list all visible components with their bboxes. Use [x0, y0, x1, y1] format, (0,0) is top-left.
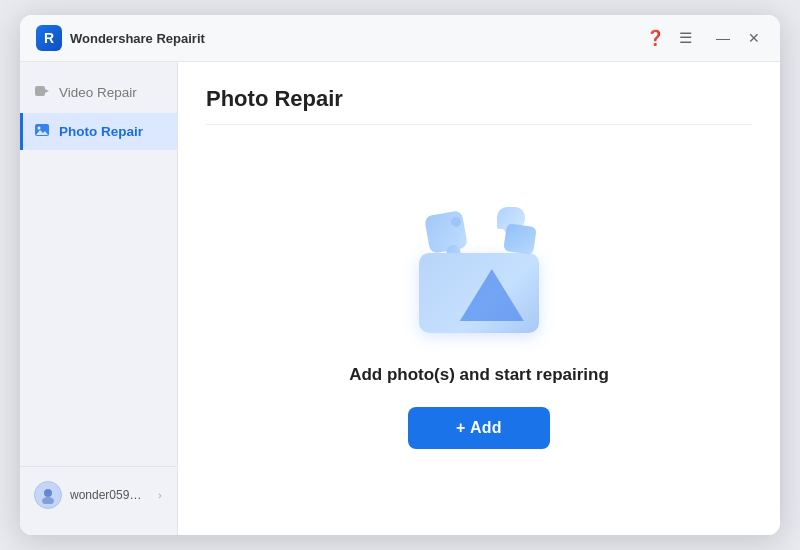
- menu-icon[interactable]: ☰: [679, 29, 692, 47]
- svg-rect-0: [35, 86, 45, 96]
- illus-puzzle-piece-2: [503, 223, 537, 255]
- app-title: Wondershare Repairit: [70, 31, 205, 46]
- svg-point-6: [42, 497, 54, 504]
- user-info[interactable]: wonder059@16... ›: [30, 475, 167, 515]
- illus-dot: [451, 217, 461, 227]
- illus-puzzle-piece-1: [424, 210, 468, 254]
- photo-repair-icon: [34, 122, 50, 141]
- win-controls: — ✕: [712, 28, 764, 48]
- user-chevron-icon: ›: [158, 489, 162, 501]
- user-avatar: [34, 481, 62, 509]
- sidebar-bottom: wonder059@16... ›: [20, 466, 177, 523]
- svg-marker-1: [45, 89, 49, 93]
- sidebar-item-photo-repair[interactable]: Photo Repair: [20, 113, 177, 150]
- app-logo: R: [36, 25, 62, 51]
- user-name: wonder059@16...: [70, 488, 150, 502]
- add-button[interactable]: + Add: [408, 407, 550, 449]
- content-area: Video Repair Photo Repair: [20, 62, 780, 535]
- main-body: Add photo(s) and start repairing + Add: [206, 141, 752, 511]
- main-panel: Photo Repair Add photo(s) and start repa…: [178, 62, 780, 535]
- add-photo-text: Add photo(s) and start repairing: [349, 365, 609, 385]
- svg-point-3: [38, 127, 41, 130]
- titlebar-right: ❓ ☰ — ✕: [646, 28, 764, 48]
- photo-repair-illustration: [399, 203, 559, 343]
- logo-letter: R: [44, 30, 54, 46]
- help-icon[interactable]: ❓: [646, 29, 665, 47]
- sidebar-item-video-repair-label: Video Repair: [59, 85, 137, 100]
- sidebar-item-photo-repair-label: Photo Repair: [59, 124, 143, 139]
- sidebar-item-video-repair[interactable]: Video Repair: [20, 74, 177, 111]
- illus-triangle: [460, 269, 524, 321]
- titlebar: R Wondershare Repairit ❓ ☰ — ✕: [20, 15, 780, 62]
- video-repair-icon: [34, 83, 50, 102]
- svg-point-5: [44, 489, 52, 497]
- page-title: Photo Repair: [206, 86, 752, 125]
- minimize-button[interactable]: —: [712, 28, 734, 48]
- sidebar-items: Video Repair Photo Repair: [20, 74, 177, 150]
- sidebar: Video Repair Photo Repair: [20, 62, 178, 535]
- titlebar-left: R Wondershare Repairit: [36, 25, 205, 51]
- app-window: R Wondershare Repairit ❓ ☰ — ✕: [20, 15, 780, 535]
- close-button[interactable]: ✕: [744, 28, 764, 48]
